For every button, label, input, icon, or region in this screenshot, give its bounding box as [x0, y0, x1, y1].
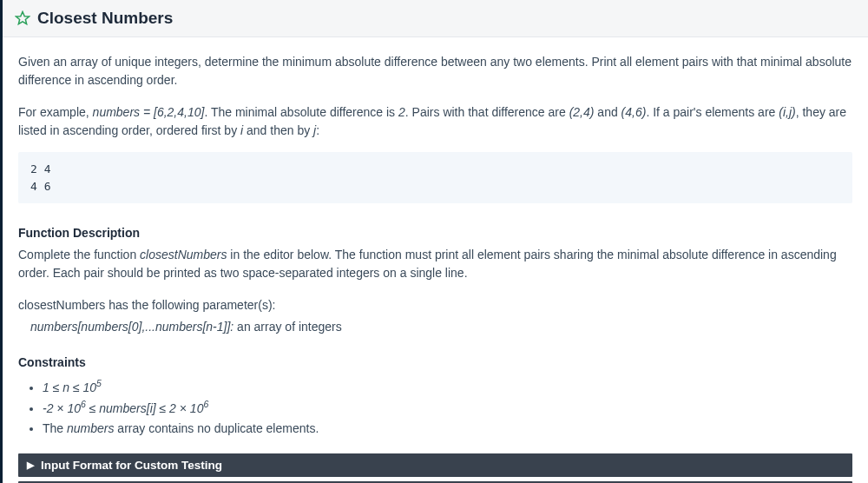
accordion-input-format[interactable]: ▶ Input Format for Custom Testing [18, 453, 852, 477]
star-icon[interactable] [15, 10, 30, 26]
accordion-label: Input Format for Custom Testing [41, 459, 222, 472]
param-line: numbers[numbers[0],...numbers[n-1]]: an … [30, 318, 852, 336]
constraints-heading: Constraints [18, 354, 852, 372]
params-intro: closestNumbers has the following paramet… [18, 296, 852, 314]
svg-marker-0 [16, 12, 30, 24]
chevron-right-icon: ▶ [27, 460, 36, 471]
problem-content: Given an array of unique integers, deter… [3, 37, 868, 438]
constraints-list: 1 ≤ n ≤ 105-2 × 106 ≤ numbers[i] ≤ 2 × 1… [43, 377, 852, 438]
example-output-block: 2 4 4 6 [18, 152, 852, 203]
constraint-item: -2 × 106 ≤ numbers[i] ≤ 2 × 106 [43, 399, 852, 419]
problem-header: Closest Numbers [3, 0, 868, 37]
function-description-heading: Function Description [18, 224, 852, 242]
problem-title: Closest Numbers [37, 9, 173, 28]
function-description: Complete the function closestNumbers in … [18, 246, 852, 282]
constraint-item: The numbers array contains no duplicate … [43, 420, 852, 438]
constraint-item: 1 ≤ n ≤ 105 [43, 377, 852, 397]
intro-paragraph-1: Given an array of unique integers, deter… [18, 53, 852, 89]
intro-paragraph-2: For example, numbers = [6,2,4,10]. The m… [18, 103, 852, 140]
